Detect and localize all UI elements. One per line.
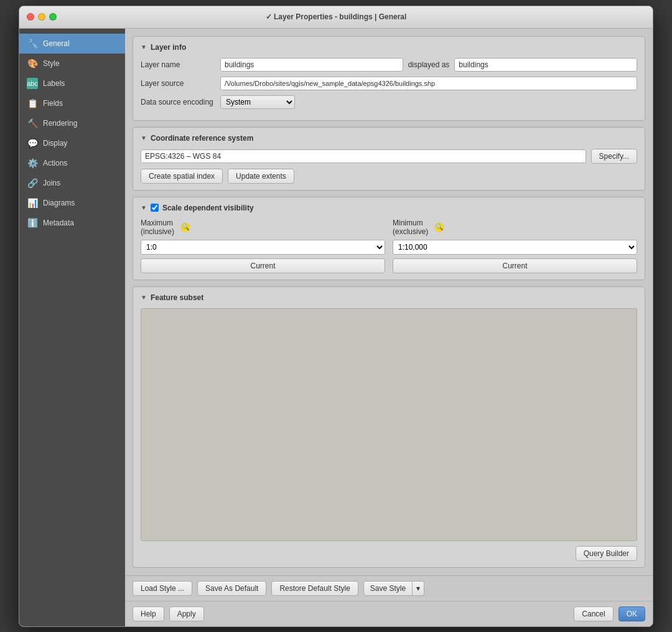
actions-icon: ⚙️	[27, 158, 38, 169]
layer-info-arrow: ▼	[141, 44, 147, 50]
crs-header: ▼ Coordinate reference system	[141, 134, 637, 143]
sidebar-label-rendering: Rendering	[43, 119, 77, 128]
sidebar-item-metadata[interactable]: ℹ️ Metadata	[19, 213, 125, 233]
sidebar-item-rendering[interactable]: 🔨 Rendering	[19, 113, 125, 133]
layer-source-row: Layer source	[141, 77, 637, 90]
min-scale-header: Minimum(exclusive) 🔍	[393, 219, 637, 236]
cancel-button[interactable]: Cancel	[574, 606, 613, 621]
restore-default-button[interactable]: Restore Default Style	[271, 581, 358, 596]
apply-button[interactable]: Apply	[169, 606, 204, 621]
scale-visibility-section: ▼ Scale dependent visibility Maximum(inc…	[133, 197, 645, 280]
create-spatial-index-button[interactable]: Create spatial index	[141, 169, 223, 184]
load-style-button[interactable]: Load Style ...	[133, 581, 192, 596]
max-current-button[interactable]: Current	[141, 258, 385, 273]
titlebar: ✓ Layer Properties - buildings | General	[19, 6, 653, 29]
close-button[interactable]	[27, 13, 34, 21]
crs-title: Coordinate reference system	[151, 134, 253, 143]
maximize-button[interactable]	[49, 13, 57, 21]
min-scale-select[interactable]: 1:10,000	[393, 240, 637, 255]
metadata-icon: ℹ️	[27, 217, 38, 229]
bottom-bar: Load Style ... Save As Default Restore D…	[125, 575, 653, 601]
sidebar-label-style: Style	[43, 59, 60, 68]
save-style-group: Save Style ▾	[363, 581, 424, 596]
min-label: Minimum(exclusive)	[393, 219, 428, 236]
min-scale-column: Minimum(exclusive) 🔍 1:10,000 Current	[393, 219, 637, 273]
max-zoom-in-icon[interactable]: 🔍	[180, 222, 190, 232]
sidebar-item-general[interactable]: 🔧 General	[19, 34, 125, 54]
scale-visibility-checkbox[interactable]	[151, 204, 159, 212]
sidebar-label-fields: Fields	[43, 99, 63, 108]
save-style-button[interactable]: Save Style	[363, 581, 413, 596]
crs-section: ▼ Coordinate reference system Specify...…	[133, 127, 645, 191]
sidebar-item-fields[interactable]: 📋 Fields	[19, 93, 125, 113]
main-area: ▼ Layer info Layer name displayed as Lay…	[125, 29, 653, 626]
update-extents-button[interactable]: Update extents	[228, 169, 294, 184]
scale-visibility-header: ▼ Scale dependent visibility	[141, 204, 637, 212]
encoding-row: Data source encoding System	[141, 95, 637, 109]
footer-bar: Help Apply Cancel OK	[125, 601, 653, 626]
sidebar-label-actions: Actions	[43, 159, 67, 167]
traffic-lights	[27, 13, 57, 21]
encoding-select[interactable]: System	[220, 95, 295, 109]
max-scale-select-row: 1:0	[141, 240, 385, 255]
main-content: 🔧 General 🎨 Style abc Labels 📋 Fields 🔨 …	[19, 29, 653, 626]
sidebar-item-diagrams[interactable]: 📊 Diagrams	[19, 193, 125, 213]
display-icon: 💬	[27, 138, 38, 149]
feature-subset-section: ▼ Feature subset Query Builder	[133, 286, 645, 568]
specify-button[interactable]: Specify...	[591, 149, 637, 164]
help-button[interactable]: Help	[133, 606, 164, 621]
rendering-icon: 🔨	[27, 118, 38, 129]
layer-properties-window: ✓ Layer Properties - buildings | General…	[19, 6, 653, 627]
joins-icon: 🔗	[27, 177, 38, 189]
sidebar-item-actions[interactable]: ⚙️ Actions	[19, 153, 125, 173]
max-scale-select[interactable]: 1:0	[141, 240, 385, 255]
sidebar-label-metadata: Metadata	[43, 219, 74, 227]
displayed-as-label: displayed as	[408, 60, 450, 69]
scale-visibility-checkbox-label[interactable]: Scale dependent visibility	[151, 204, 254, 212]
crs-input-row: Specify...	[141, 149, 637, 164]
sidebar-item-style[interactable]: 🎨 Style	[19, 54, 125, 73]
ok-button[interactable]: OK	[618, 606, 645, 621]
window-title: ✓ Layer Properties - buildings | General	[266, 12, 407, 21]
fields-icon: 📋	[27, 98, 38, 109]
layer-name-row: Layer name displayed as	[141, 58, 637, 72]
query-builder-button[interactable]: Query Builder	[576, 546, 637, 561]
sidebar: 🔧 General 🎨 Style abc Labels 📋 Fields 🔨 …	[19, 29, 125, 626]
layer-info-title: Layer info	[151, 43, 186, 52]
max-label: Maximum(inclusive)	[141, 219, 174, 236]
sidebar-label-joins: Joins	[43, 179, 60, 187]
minimize-button[interactable]	[38, 13, 45, 21]
max-scale-header: Maximum(inclusive) 🔍	[141, 219, 385, 236]
layer-name-input[interactable]	[220, 58, 403, 72]
sidebar-item-display[interactable]: 💬 Display	[19, 133, 125, 153]
sidebar-label-general: General	[43, 39, 70, 48]
labels-icon: abc	[27, 78, 38, 89]
min-current-button[interactable]: Current	[393, 258, 637, 273]
min-zoom-out-icon[interactable]: 🔍	[434, 222, 444, 232]
sidebar-label-display: Display	[43, 139, 67, 148]
layer-info-section: ▼ Layer info Layer name displayed as Lay…	[133, 36, 645, 121]
max-scale-column: Maximum(inclusive) 🔍 1:0 Current	[141, 219, 385, 273]
sidebar-item-labels[interactable]: abc Labels	[19, 73, 125, 93]
feature-subset-arrow: ▼	[141, 294, 147, 301]
displayed-as-input[interactable]	[454, 58, 637, 72]
layer-info-header: ▼ Layer info	[141, 43, 637, 52]
sidebar-label-labels: Labels	[43, 79, 65, 88]
general-icon: 🔧	[27, 38, 38, 49]
save-as-default-button[interactable]: Save As Default	[197, 581, 266, 596]
encoding-label: Data source encoding	[141, 98, 215, 106]
save-style-dropdown-arrow[interactable]: ▾	[413, 581, 424, 596]
feature-subset-textarea[interactable]	[141, 308, 637, 541]
sidebar-label-diagrams: Diagrams	[43, 199, 75, 207]
layer-source-input[interactable]	[220, 77, 637, 90]
diagrams-icon: 📊	[27, 197, 38, 209]
scale-arrow: ▼	[141, 204, 147, 211]
layer-source-label: Layer source	[141, 79, 215, 88]
style-icon: 🎨	[27, 58, 38, 69]
feature-subset-header: ▼ Feature subset	[141, 293, 637, 302]
scale-controls-row: Maximum(inclusive) 🔍 1:0 Current	[141, 219, 637, 273]
layer-name-label: Layer name	[141, 60, 215, 69]
footer-right: Cancel OK	[574, 606, 645, 621]
sidebar-item-joins[interactable]: 🔗 Joins	[19, 173, 125, 193]
crs-input[interactable]	[141, 149, 586, 163]
